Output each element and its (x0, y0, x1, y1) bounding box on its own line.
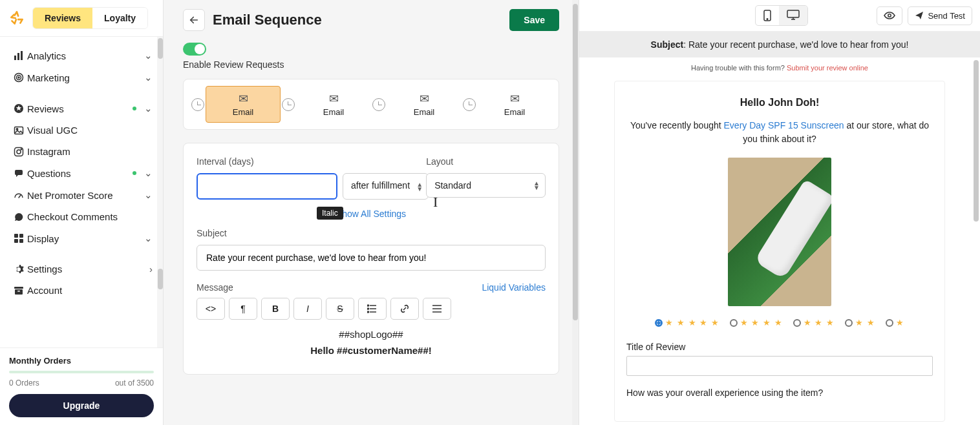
radio-icon (845, 319, 853, 327)
rating-1[interactable]: ★ (886, 318, 904, 327)
monthly-orders-count: 0 Orders (9, 378, 39, 388)
questions-icon (10, 168, 27, 178)
toolbar-link[interactable] (390, 298, 419, 320)
tab-loyalty[interactable]: Loyalty (92, 8, 147, 28)
intro-text: You've recently bought Every Day SPF 15 … (626, 119, 933, 146)
svg-rect-24 (787, 10, 799, 17)
nav-label: Visual UGC (27, 125, 78, 136)
interval-input[interactable] (197, 173, 337, 200)
sidebar-item-questions[interactable]: Questions ⌄ (3, 162, 160, 184)
intro-pre: You've recently bought (630, 120, 724, 130)
nav-label: Checkout Comments (27, 211, 118, 222)
sequence-step-4[interactable]: ✉Email (477, 87, 552, 122)
editor-pane: Email Sequence Save Enable Review Reques… (164, 0, 579, 425)
monthly-orders-bar (9, 371, 154, 373)
preview-scrollbar[interactable] (974, 60, 979, 222)
stars-icon: ★ ★ (855, 318, 875, 327)
gauge-icon (10, 190, 27, 200)
message-label: Message (197, 282, 233, 293)
sidebar-item-visual-ugc[interactable]: Visual UGC (3, 119, 160, 141)
greeting: Hello John Doh! (626, 97, 933, 109)
svg-rect-2 (21, 51, 23, 60)
svg-rect-16 (14, 287, 23, 289)
send-test-button[interactable]: Send Test (908, 6, 972, 25)
mail-icon: ✉ (389, 92, 459, 106)
trouble-text: Having trouble with this form? (691, 64, 785, 72)
sidebar-item-instagram[interactable]: Instagram (3, 141, 160, 162)
step-label: Email (480, 107, 549, 117)
trouble-line: Having trouble with this form? Submit yo… (614, 64, 945, 72)
svg-rect-0 (14, 56, 16, 60)
back-button[interactable] (183, 9, 205, 31)
chevron-down-icon: ⌄ (144, 167, 153, 179)
page-title: Email Sequence (213, 12, 322, 28)
toolbar-list[interactable] (358, 298, 387, 320)
svg-point-10 (17, 150, 21, 154)
sequence-step-2[interactable]: ✉Email (296, 87, 371, 122)
sequence-step-1[interactable]: ✉Email (206, 86, 281, 123)
editor-toolbar: <> ¶ B I S (197, 298, 546, 320)
device-desktop[interactable] (779, 6, 807, 25)
preview-eye-button[interactable] (877, 6, 902, 25)
clock-icon (191, 98, 204, 111)
device-switch (755, 5, 808, 26)
stars-icon: ★ ★ ★ ★ (740, 318, 783, 327)
save-button[interactable]: Save (509, 9, 559, 31)
sidebar-item-display[interactable]: Display ⌄ (3, 227, 160, 249)
logo-icon (5, 6, 28, 30)
product-image (728, 158, 831, 306)
nav-label: Settings (27, 264, 62, 275)
enable-toggle[interactable] (183, 43, 206, 56)
rating-3[interactable]: ★ ★ ★ (793, 318, 835, 327)
mail-icon: ✉ (299, 92, 368, 106)
sidebar-item-checkout-comments[interactable]: Checkout Comments (3, 206, 160, 227)
toolbar-strike[interactable]: S (326, 298, 354, 320)
stepper-icon: ▲▼ (533, 181, 540, 190)
sidebar-item-settings[interactable]: Settings › (3, 258, 160, 280)
sidebar-scrollbar[interactable] (157, 37, 163, 347)
sidebar-item-nps[interactable]: Net Promoter Score ⌄ (3, 184, 160, 206)
toolbar-italic[interactable]: I (293, 298, 322, 320)
nav-label: Instagram (27, 146, 70, 157)
rating-5[interactable]: ★ ★ ★ ★ ★ (655, 318, 719, 327)
subject-input[interactable] (197, 245, 546, 271)
sidebar-item-analytics[interactable]: Analytics ⌄ (3, 45, 160, 67)
target-icon (10, 72, 27, 83)
review-title-label: Title of Review (626, 342, 933, 352)
sidebar-item-marketing[interactable]: Marketing ⌄ (3, 67, 160, 88)
message-line: ##shopLogo## (197, 329, 546, 340)
upgrade-button[interactable]: Upgrade (9, 394, 154, 417)
monthly-orders-title: Monthly Orders (9, 356, 154, 366)
show-all-settings-link[interactable]: Show All Settings (336, 209, 406, 219)
settings-panel: Interval (days) after fulfillment ▲▼ Lay… (183, 143, 559, 375)
sequence-step-3[interactable]: ✉Email (387, 87, 462, 122)
trouble-link[interactable]: Submit your review online (787, 64, 868, 72)
toolbar-paragraph[interactable]: ¶ (229, 298, 257, 320)
sidebar-item-reviews[interactable]: Reviews ⌄ (3, 98, 160, 119)
svg-rect-13 (19, 234, 23, 238)
message-body[interactable]: ##shopLogo## Hello ##customerName##! (197, 329, 546, 356)
layout-label: Layout (426, 156, 546, 167)
svg-rect-1 (17, 53, 19, 60)
stepper-icon: ▲▼ (416, 182, 423, 191)
toolbar-code[interactable]: <> (197, 298, 225, 320)
nav-label: Account (27, 285, 62, 296)
rating-4[interactable]: ★ ★ ★ ★ (730, 318, 783, 327)
sidebar-item-account[interactable]: Account (3, 280, 160, 301)
tab-reviews[interactable]: Reviews (33, 8, 92, 28)
send-test-label: Send Test (928, 11, 965, 21)
device-mobile[interactable] (756, 6, 779, 25)
toolbar-bold[interactable]: B (261, 298, 290, 320)
review-title-input[interactable] (626, 356, 933, 376)
subject-prefix: Subject (651, 39, 684, 50)
clock-icon (372, 98, 385, 111)
editor-scrollbar[interactable] (572, 0, 579, 425)
interval-label: Interval (days) (197, 156, 408, 167)
interval-trigger-select[interactable]: after fulfillment ▲▼ (343, 173, 429, 200)
layout-select[interactable]: Standard ▲▼ (426, 173, 546, 198)
toolbar-align[interactable] (423, 298, 451, 320)
sidebar: Reviews Loyalty Analytics ⌄ Marketing (0, 0, 164, 425)
rating-2[interactable]: ★ ★ (845, 318, 875, 327)
product-link[interactable]: Every Day SPF 15 Sunscreen (724, 120, 844, 130)
liquid-variables-link[interactable]: Liquid Variables (482, 282, 546, 293)
